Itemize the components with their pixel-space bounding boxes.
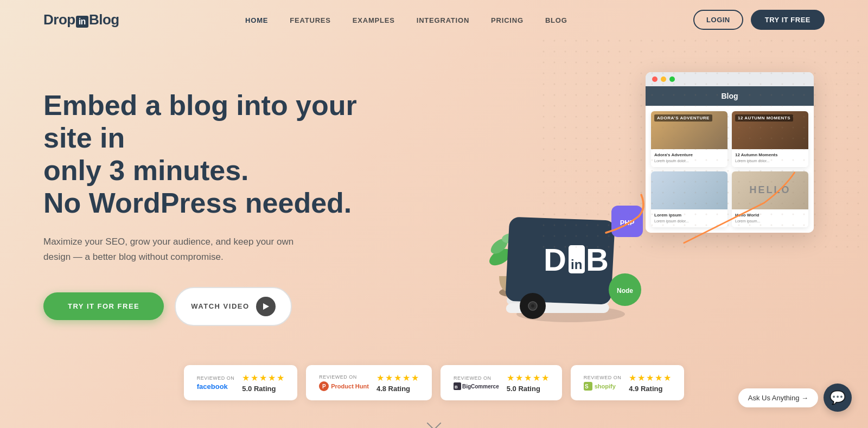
rating-value-facebook: 5.0 Rating: [242, 385, 276, 393]
browser-blog-grid: ADORA'S ADVENTURE Adora's Adventure Lore…: [646, 106, 814, 233]
browser-mockup: Blog ADORA'S ADVENTURE Adora's Adventure…: [646, 72, 814, 233]
watch-video-button[interactable]: WATCH VIDEO: [175, 287, 291, 326]
blog-card-title-4: Hello World: [735, 213, 805, 218]
blog-card-excerpt-1: Lorem ipsum dolor...: [654, 158, 724, 164]
stars-shopify: ★ ★ ★ ★ ★: [629, 373, 671, 383]
stars-ph: ★ ★ ★ ★ ★: [376, 373, 419, 383]
browser-dot-yellow: [661, 76, 666, 82]
browser-dot-green: [669, 76, 675, 82]
svg-text:in: in: [571, 257, 582, 272]
rating-left-bc: REVIEWED ON B BigCommerce: [454, 375, 499, 390]
logo-box: in: [76, 16, 88, 28]
shopify-icon: S: [584, 382, 592, 391]
blog-card-img-1: ADORA'S ADVENTURE: [651, 111, 727, 149]
rating-right-facebook: ★ ★ ★ ★ ★ 5.0 Rating: [242, 373, 284, 393]
rating-right-shopify: ★ ★ ★ ★ ★ 4.9 Rating: [629, 373, 671, 393]
rating-right-bc: ★ ★ ★ ★ ★ 5.0 Rating: [507, 373, 549, 393]
chat-bubble-button[interactable]: 💬: [824, 384, 852, 412]
logo[interactable]: DropinBlog: [43, 11, 119, 28]
blog-card-body-2: 12 Autumn Moments Lorem ipsum dolor...: [732, 149, 808, 167]
play-icon: [256, 297, 276, 316]
bc-label: BigCommerce: [462, 384, 499, 389]
nav-item-pricing[interactable]: PRICING: [491, 15, 524, 25]
browser-dot-red: [652, 76, 658, 82]
stars-facebook: ★ ★ ★ ★ ★: [242, 373, 284, 383]
blog-card-title-2: 12 Autumn Moments: [735, 152, 805, 157]
blog-card-excerpt-4: Lorem ipsum...: [735, 219, 805, 224]
blog-card-title-1: Adora's Adventure: [654, 152, 724, 157]
chat-widget[interactable]: Ask Us Anything → 💬: [738, 384, 852, 412]
reviewed-on-ph: REVIEWED ON: [319, 374, 369, 380]
blog-card-label-1: ADORA'S ADVENTURE: [654, 114, 712, 122]
blog-card-1: ADORA'S ADVENTURE Adora's Adventure Lore…: [651, 111, 727, 167]
nav-item-features[interactable]: FEATURES: [290, 15, 331, 25]
reviewed-on-bc: REVIEWED ON: [454, 375, 499, 381]
nav-item-home[interactable]: HOME: [245, 15, 268, 25]
nav-link-pricing[interactable]: PRICING: [491, 16, 524, 24]
svg-text:B: B: [586, 242, 609, 277]
stars-bc: ★ ★ ★ ★ ★: [507, 373, 549, 383]
cta-button[interactable]: TRY IT FOR FREE: [43, 292, 164, 320]
hero-content: Embed a blog into your site in only 3 mi…: [43, 90, 473, 326]
hero-title: Embed a blog into your site in only 3 mi…: [43, 90, 358, 219]
watch-label: WATCH VIDEO: [191, 302, 249, 310]
stack-svg: D in B PHP Node: [500, 189, 652, 325]
nav-actions: LOGIN TRY IT FREE: [693, 10, 825, 30]
blog-card-2: 12 AUTUMN MOMENTS 12 Autumn Moments Lore…: [732, 111, 808, 167]
hero-illustration: Blog ADORA'S ADVENTURE Adora's Adventure…: [473, 72, 825, 343]
shopify-label: shopify: [595, 383, 616, 389]
blog-card-body-1: Adora's Adventure Lorem ipsum dolor...: [651, 149, 727, 167]
svg-point-23: [531, 304, 534, 308]
blog-card-title-3: Lorem ipsum: [654, 213, 724, 218]
blog-card-4: HELLO Hello World Lorem ipsum...: [732, 171, 808, 227]
nav-link-home[interactable]: HOME: [245, 16, 268, 24]
blog-card-excerpt-2: Lorem ipsum dolor...: [735, 158, 805, 164]
star-5: ★: [277, 373, 284, 383]
logo-text: DropinBlog: [43, 11, 119, 28]
rating-card-shopify: REVIEWED ON S shopify ★ ★ ★ ★ ★ 4.9 Rati…: [571, 365, 685, 400]
blog-card-excerpt-3: Lorem ipsum dolor...: [654, 219, 724, 224]
star-1: ★: [242, 373, 250, 383]
facebook-logo: facebook: [197, 382, 235, 391]
try-free-button[interactable]: TRY IT FREE: [751, 10, 825, 30]
svg-text:B: B: [455, 385, 458, 389]
svg-text:Node: Node: [617, 287, 633, 295]
star-4: ★: [268, 373, 276, 383]
blog-card-body-4: Hello World Lorem ipsum...: [732, 209, 808, 227]
chevron-down-icon: [426, 422, 442, 428]
chat-label: Ask Us Anything →: [738, 388, 818, 407]
hero-buttons: TRY IT FOR FREE WATCH VIDEO: [43, 287, 473, 326]
svg-text:D: D: [544, 242, 566, 277]
rating-left-producthunt: REVIEWED ON P Product Hunt: [319, 374, 369, 391]
scroll-indicator: [0, 417, 868, 428]
rating-left-shopify: REVIEWED ON S shopify: [584, 375, 622, 391]
nav-item-integration[interactable]: INTEGRATION: [417, 15, 469, 25]
nav-item-examples[interactable]: EXAMPLES: [353, 15, 395, 25]
nav-link-integration[interactable]: INTEGRATION: [417, 16, 469, 24]
stack-illustration: D in B PHP Node: [500, 189, 652, 327]
blog-card-img-2: 12 AUTUMN MOMENTS: [732, 111, 808, 149]
hero-subtitle: Maximize your SEO, grow your audience, a…: [43, 234, 315, 264]
hero-section: Embed a blog into your site in only 3 mi…: [0, 40, 868, 354]
nav-item-blog[interactable]: BLOG: [545, 15, 567, 25]
star-2: ★: [251, 373, 258, 383]
rating-left-facebook: REVIEWED ON facebook: [197, 375, 235, 391]
nav-link-examples[interactable]: EXAMPLES: [353, 16, 395, 24]
rating-card-bigcommerce: REVIEWED ON B BigCommerce ★ ★ ★ ★ ★ 5.0 …: [441, 365, 562, 400]
rating-right-ph: ★ ★ ★ ★ ★ 4.8 Rating: [376, 373, 419, 393]
bc-icon: B: [454, 382, 461, 390]
chat-icon: 💬: [829, 390, 846, 405]
navbar: DropinBlog HOME FEATURES EXAMPLES INTEGR…: [0, 0, 868, 40]
nav-link-blog[interactable]: BLOG: [545, 16, 567, 24]
nav-link-features[interactable]: FEATURES: [290, 16, 331, 24]
login-button[interactable]: LOGIN: [693, 10, 743, 30]
star-3: ★: [259, 373, 267, 383]
nav-links: HOME FEATURES EXAMPLES INTEGRATION PRICI…: [245, 15, 567, 25]
browser-bar: [646, 72, 814, 86]
rating-value-shopify: 4.9 Rating: [629, 385, 662, 393]
blog-card-img-3: [651, 171, 727, 209]
bigcommerce-logo: B BigCommerce: [454, 382, 499, 390]
rating-card-facebook: REVIEWED ON facebook ★ ★ ★ ★ ★ 5.0 Ratin…: [184, 365, 298, 400]
producthunt-logo: P Product Hunt: [319, 381, 369, 391]
ph-label: Product Hunt: [331, 383, 369, 389]
